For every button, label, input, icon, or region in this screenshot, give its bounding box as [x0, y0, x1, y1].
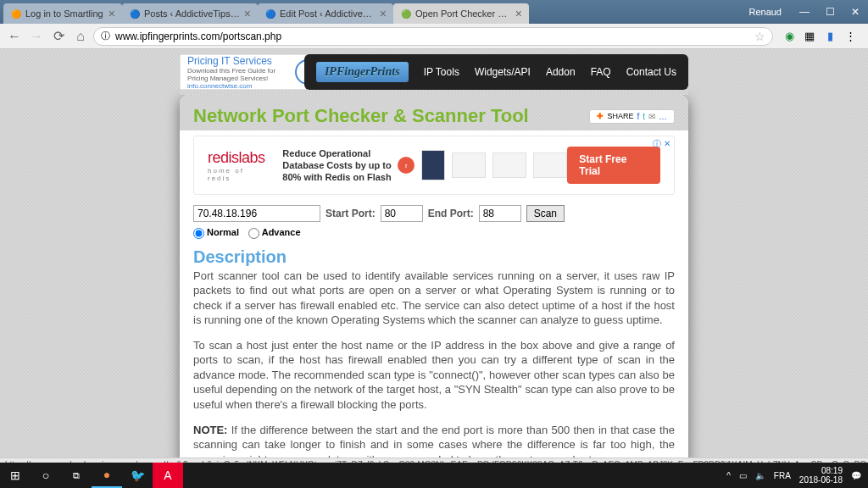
browser-toolbar: ← → ⟳ ⌂ ⓘ ☆ ◉ ▦ ▮ ⋮ [0, 24, 868, 49]
ad-domain: info.connectwise.com [187, 82, 295, 90]
share-plus-icon: ✚ [597, 112, 604, 120]
description-heading: Description [193, 247, 675, 267]
close-icon[interactable]: × [515, 7, 522, 20]
share-label: SHARE [607, 112, 633, 120]
tray-battery-icon[interactable]: ▭ [739, 471, 747, 480]
back-button[interactable]: ← [5, 27, 24, 46]
nav-ip-tools[interactable]: IP Tools [424, 66, 459, 78]
system-tray: ^ ▭ 🔈 FRA 08:19 2018-06-18 💬 [726, 466, 868, 485]
page-viewport: Pricing IT Services Download this Free G… [0, 49, 868, 473]
description-paragraph-1: Port scanner tool can be used to identif… [193, 269, 675, 328]
taskbar-app[interactable]: A [153, 463, 183, 488]
facebook-icon: f [637, 112, 639, 121]
windows-taskbar: ⊞ ○ ⧉ ● 🐦 A ^ ▭ 🔈 FRA 08:19 2018-06-18 💬 [0, 463, 868, 488]
nav-faq[interactable]: FAQ [591, 66, 611, 78]
diagram-node [421, 150, 445, 180]
email-icon: ✉ [648, 112, 655, 121]
scan-button[interactable]: Scan [526, 205, 565, 222]
advance-label: Advance [262, 227, 301, 237]
task-view-button[interactable]: ⧉ [61, 463, 92, 488]
favicon-icon: 🔵 [264, 8, 276, 19]
tray-chevron-icon[interactable]: ^ [726, 471, 731, 480]
tray-volume-icon[interactable]: 🔈 [755, 471, 765, 480]
ad-brand: redislabs home of redis [208, 149, 269, 182]
ad-text: Pricing IT Services Download this Free G… [187, 55, 295, 90]
title-row: Network Port Checker & Scanner Tool ✚ SH… [180, 95, 688, 130]
tab-title: Posts ‹ AddictiveTips — ... [144, 8, 241, 19]
favicon-icon: 🟠 [10, 8, 22, 19]
nav-widgets-api[interactable]: Widgets/API [475, 66, 531, 78]
content-container: Network Port Checker & Scanner Tool ✚ SH… [180, 95, 688, 473]
chrome-menu-icon[interactable]: ⋮ [843, 29, 858, 44]
mode-row: Normal Advance [180, 227, 688, 244]
close-icon[interactable]: × [108, 7, 115, 20]
header-area: Pricing IT Services Download this Free G… [180, 49, 688, 95]
close-icon[interactable]: × [380, 7, 387, 20]
forward-button[interactable]: → [27, 27, 46, 46]
description-section: Description Port scanner tool can be use… [180, 244, 688, 473]
extension-icon[interactable]: ▮ [822, 29, 837, 44]
tab-title: Log in to Smartling [25, 8, 105, 19]
maximize-button[interactable]: ☐ [817, 3, 843, 20]
diagram-node [492, 152, 526, 178]
start-free-trial-button[interactable]: Start Free Trial [567, 147, 660, 184]
more-share-icon: … [659, 112, 667, 121]
site-logo[interactable]: IPFingerPrints [316, 62, 409, 82]
favicon-icon: 🔵 [129, 8, 141, 19]
cortana-button[interactable]: ○ [31, 463, 61, 488]
ad-sub: Download this Free Guide for Pricing Man… [187, 67, 275, 82]
diagram-node [452, 152, 486, 178]
close-icon[interactable]: × [244, 7, 251, 20]
ad-diagram: r [398, 150, 567, 180]
scan-form: Start Port: End Port: Scan [180, 200, 688, 227]
twitter-icon: t [643, 112, 645, 121]
description-paragraph-2: To scan a host just enter the host name … [193, 338, 675, 413]
bookmark-icon[interactable]: ☆ [754, 30, 765, 43]
share-button[interactable]: ✚ SHARE f t ✉ … [589, 109, 675, 124]
redislabs-logo: redislabs [208, 149, 269, 167]
address-bar[interactable]: ⓘ ☆ [93, 27, 773, 46]
adchoices-icon[interactable]: ⓘ ✕ [653, 138, 670, 150]
favicon-icon: 🟢 [400, 8, 412, 19]
diagram-node [533, 152, 567, 178]
browser-tab-2[interactable]: 🔵 Posts ‹ AddictiveTips — ... × [122, 3, 258, 24]
start-port-input[interactable] [381, 205, 423, 222]
ad-banner-redis[interactable]: redislabs home of redis Reduce Operation… [193, 136, 675, 195]
redis-node-icon: r [398, 157, 415, 174]
start-button[interactable]: ⊞ [0, 463, 31, 488]
close-window-button[interactable]: ✕ [843, 3, 868, 20]
end-port-input[interactable] [479, 205, 521, 222]
browser-tab-4-active[interactable]: 🟢 Open Port Checker & Sc... × [393, 3, 529, 24]
normal-mode-radio[interactable]: Normal [193, 227, 239, 237]
language-indicator[interactable]: FRA [774, 471, 791, 480]
advance-mode-radio[interactable]: Advance [248, 227, 301, 237]
extension-icons: ◉ ▦ ▮ ⋮ [776, 29, 863, 44]
normal-label: Normal [207, 227, 239, 237]
nav-addon[interactable]: Addon [546, 66, 576, 78]
start-port-label: Start Port: [326, 208, 376, 219]
nav-contact[interactable]: Contact Us [626, 66, 676, 78]
browser-tab-3[interactable]: 🔵 Edit Post ‹ AddictiveTips × [258, 3, 393, 24]
taskbar-app[interactable]: 🐦 [122, 463, 153, 488]
home-button[interactable]: ⌂ [71, 27, 90, 46]
reload-button[interactable]: ⟳ [49, 27, 68, 46]
url-input[interactable] [115, 30, 754, 42]
extension-icon[interactable]: ▦ [802, 29, 817, 44]
minimize-button[interactable]: — [792, 3, 817, 20]
clock[interactable]: 08:19 2018-06-18 [799, 466, 843, 485]
window-controls: — ☐ ✕ [792, 3, 868, 20]
tab-strip: 🟠 Log in to Smartling × 🔵 Posts ‹ Addict… [0, 0, 738, 24]
ad-headline: Reduce Operational Database Costs by up … [282, 147, 398, 184]
browser-tab-1[interactable]: 🟠 Log in to Smartling × [3, 3, 122, 24]
action-center-icon[interactable]: 💬 [851, 471, 861, 480]
ad-headline: Pricing IT Services [187, 55, 295, 67]
note-label: NOTE: [193, 424, 227, 436]
chrome-profile-name[interactable]: Renaud [738, 7, 792, 17]
extension-icon[interactable]: ◉ [782, 29, 797, 44]
clock-time: 08:19 [799, 466, 843, 475]
window-titlebar: 🟠 Log in to Smartling × 🔵 Posts ‹ Addict… [0, 0, 868, 24]
site-info-icon[interactable]: ⓘ [101, 30, 110, 42]
taskbar-chrome[interactable]: ● [92, 463, 122, 488]
ip-input[interactable] [193, 205, 320, 222]
redislabs-tagline: home of redis [208, 167, 269, 182]
